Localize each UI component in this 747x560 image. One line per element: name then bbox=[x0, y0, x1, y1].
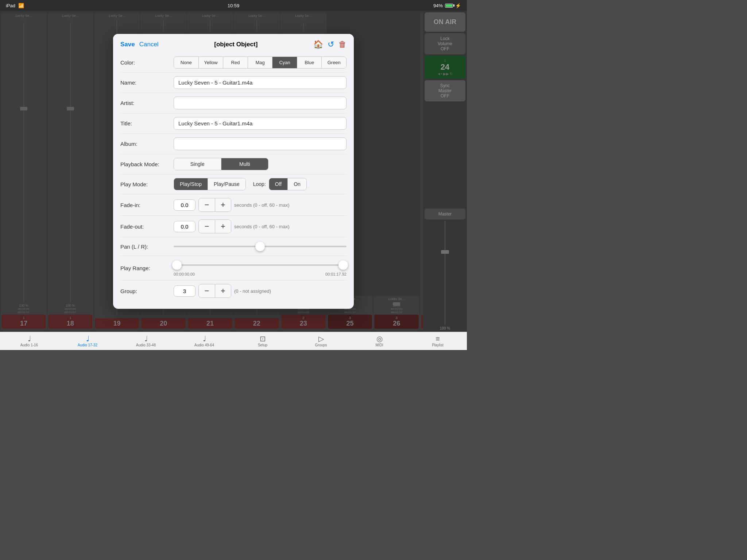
wifi-icon: 📶 bbox=[18, 3, 24, 8]
range-slider[interactable] bbox=[174, 260, 347, 271]
playback-mode-control: Single Multi bbox=[174, 158, 347, 170]
tab-audio-49-64[interactable]: ♩ Audio 49-64 bbox=[175, 332, 233, 350]
loop-off-btn[interactable]: Off bbox=[269, 178, 287, 190]
tab-audio-17-32[interactable]: ♩ Audio 17-32 bbox=[58, 332, 117, 350]
tab-playlist[interactable]: ≡ Playlist bbox=[409, 332, 467, 350]
name-row: Name: bbox=[120, 73, 347, 93]
range-track bbox=[174, 264, 347, 266]
battery-percent: 94% bbox=[433, 3, 443, 8]
album-label: Album: bbox=[120, 141, 168, 147]
refresh-icon[interactable]: ↺ bbox=[328, 40, 334, 49]
tab-setup[interactable]: ⊡ Setup bbox=[233, 332, 292, 350]
tab-groups[interactable]: ▷ Groups bbox=[292, 332, 350, 350]
artist-input[interactable] bbox=[174, 97, 347, 109]
tab-audio-33-48-icon: ♩ bbox=[144, 335, 148, 342]
fadeout-stepper: − + bbox=[198, 219, 231, 233]
pan-label: Pan (L / R): bbox=[120, 244, 168, 250]
group-plus-btn[interactable]: + bbox=[215, 284, 231, 298]
color-mag[interactable]: Mag bbox=[248, 57, 272, 68]
fadein-minus-btn[interactable]: − bbox=[199, 198, 215, 211]
range-end-time: 00:01:17.92 bbox=[325, 272, 347, 276]
tab-groups-label: Groups bbox=[315, 343, 327, 347]
playback-multi-btn[interactable]: Multi bbox=[221, 158, 268, 170]
play-stop-btn[interactable]: Play/Stop bbox=[174, 178, 208, 190]
range-thumb-left[interactable] bbox=[172, 260, 182, 270]
loop-label: Loop: bbox=[253, 181, 266, 187]
settings-modal: Save Cancel [object Object] 🏠 ↺ 🗑 Color:… bbox=[113, 34, 354, 309]
album-input[interactable] bbox=[174, 137, 347, 150]
tab-audio-33-48-label: Audio 33-48 bbox=[136, 343, 156, 347]
tab-audio-17-32-icon: ♩ bbox=[86, 335, 89, 342]
tab-audio-33-48[interactable]: ♩ Audio 33-48 bbox=[117, 332, 175, 350]
play-mode-control: Play/Stop Play/Pause Loop: Off On bbox=[174, 178, 347, 190]
charging-icon: ⚡ bbox=[455, 3, 461, 8]
color-green[interactable]: Green bbox=[321, 57, 346, 68]
album-control bbox=[174, 137, 347, 150]
name-input[interactable] bbox=[174, 76, 347, 89]
status-right: 94% ⚡ bbox=[433, 3, 461, 8]
color-picker: None Yellow Red Mag Cyan Blue Green bbox=[174, 57, 347, 69]
ipad-label: iPad bbox=[6, 3, 15, 8]
pan-slider-container bbox=[174, 241, 347, 252]
cancel-button[interactable]: Cancel bbox=[139, 41, 159, 48]
color-blue[interactable]: Blue bbox=[297, 57, 322, 68]
artist-label: Artist: bbox=[120, 100, 168, 106]
group-area: − + (0 - not assigned) bbox=[174, 284, 347, 298]
loop-area: Loop: Off On bbox=[253, 178, 307, 190]
range-labels: 00:00:00.00 00:01:17.92 bbox=[174, 272, 347, 276]
color-red[interactable]: Red bbox=[223, 57, 248, 68]
modal-overlay: Save Cancel [object Object] 🏠 ↺ 🗑 Color:… bbox=[0, 11, 467, 332]
group-label: Group: bbox=[120, 288, 168, 294]
trash-icon[interactable]: 🗑 bbox=[338, 40, 347, 49]
fadeout-control: − + seconds (0 - off, 60 - max) bbox=[174, 219, 347, 233]
play-range-area: 00:00:00.00 00:01:17.92 bbox=[174, 260, 347, 276]
playback-single-btn[interactable]: Single bbox=[174, 158, 221, 170]
title-input[interactable] bbox=[174, 117, 347, 130]
tab-audio-1-16-icon: ♩ bbox=[28, 335, 31, 342]
pan-slider-track[interactable] bbox=[174, 246, 347, 247]
group-row: Group: − + (0 - not assigned) bbox=[120, 280, 347, 302]
modal-title: [object Object] bbox=[159, 41, 313, 48]
name-label: Name: bbox=[120, 79, 168, 86]
playback-mode-label: Playback Mode: bbox=[120, 161, 168, 167]
save-button[interactable]: Save bbox=[120, 41, 135, 48]
group-minus-btn[interactable]: − bbox=[199, 284, 215, 298]
range-start-time: 00:00:00.00 bbox=[174, 272, 195, 276]
pan-row: Pan (L / R): bbox=[120, 237, 347, 256]
fadeout-area: − + seconds (0 - off, 60 - max) bbox=[174, 219, 347, 233]
fadein-control: − + seconds (0 - off, 60 - max) bbox=[174, 198, 347, 212]
fadeout-plus-btn[interactable]: + bbox=[215, 220, 231, 233]
status-left: iPad 📶 bbox=[6, 3, 24, 8]
fadeout-minus-btn[interactable]: − bbox=[199, 220, 215, 233]
modal-header: Save Cancel [object Object] 🏠 ↺ 🗑 bbox=[113, 34, 354, 53]
tab-audio-49-64-label: Audio 49-64 bbox=[194, 343, 214, 347]
fadein-input[interactable] bbox=[174, 199, 196, 211]
pan-slider-thumb[interactable] bbox=[255, 242, 265, 251]
playback-mode-row: Playback Mode: Single Multi bbox=[120, 154, 347, 174]
fadeout-input[interactable] bbox=[174, 221, 196, 232]
play-range-row: Play Range: 00:00:00.00 00:01:17.92 bbox=[120, 256, 347, 280]
fadeout-label: Fade-out: bbox=[120, 223, 168, 230]
status-bar: iPad 📶 10:59 94% ⚡ bbox=[0, 0, 467, 11]
tab-audio-1-16[interactable]: ♩ Audio 1-16 bbox=[0, 332, 58, 350]
fadein-row: Fade-in: − + seconds (0 - off, 60 - max) bbox=[120, 194, 347, 216]
color-cyan[interactable]: Cyan bbox=[272, 57, 297, 68]
tab-groups-icon: ▷ bbox=[318, 335, 324, 342]
color-label: Color: bbox=[120, 59, 168, 66]
color-none[interactable]: None bbox=[174, 57, 198, 68]
tab-midi[interactable]: ◎ MIDI bbox=[350, 332, 409, 350]
fadeout-hint: seconds (0 - off, 60 - max) bbox=[234, 224, 290, 229]
loop-on-btn[interactable]: On bbox=[287, 178, 306, 190]
color-yellow[interactable]: Yellow bbox=[198, 57, 223, 68]
tab-setup-icon: ⊡ bbox=[260, 335, 266, 342]
range-thumb-right[interactable] bbox=[338, 260, 348, 270]
play-mode-row: Play Mode: Play/Stop Play/Pause Loop: Of… bbox=[120, 174, 347, 194]
group-hint: (0 - not assigned) bbox=[234, 288, 271, 294]
group-input[interactable] bbox=[174, 285, 196, 297]
fadein-hint: seconds (0 - off, 60 - max) bbox=[234, 202, 290, 208]
home-icon[interactable]: 🏠 bbox=[313, 40, 323, 49]
play-pause-btn[interactable]: Play/Pause bbox=[208, 178, 245, 190]
tab-playlist-icon: ≡ bbox=[436, 335, 440, 342]
fadein-plus-btn[interactable]: + bbox=[215, 198, 231, 211]
playback-mode-segmented: Single Multi bbox=[174, 158, 268, 170]
